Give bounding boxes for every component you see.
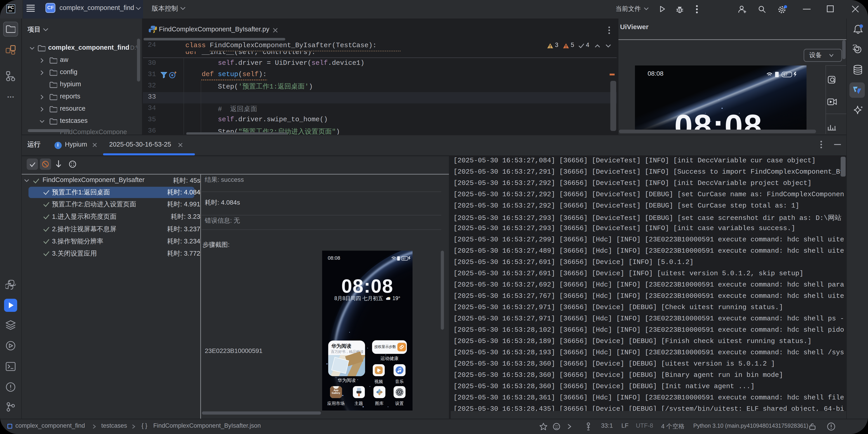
svg-text:97: 97 xyxy=(783,72,787,77)
svg-text:97: 97 xyxy=(402,257,405,260)
